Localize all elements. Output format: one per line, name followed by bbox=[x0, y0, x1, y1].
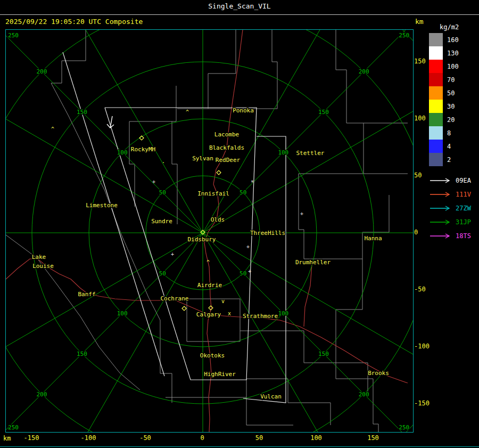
svg-text:Louise: Louise bbox=[32, 263, 54, 270]
svg-text:Olds: Olds bbox=[211, 216, 225, 223]
svg-text:Vulcan: Vulcan bbox=[260, 393, 282, 400]
vil-scale-value: 4 bbox=[447, 143, 451, 150]
svg-text:200: 200 bbox=[36, 391, 47, 398]
svg-text:200: 200 bbox=[36, 68, 47, 75]
svg-text:50: 50 bbox=[240, 270, 246, 277]
svg-text:Innisfail: Innisfail bbox=[197, 190, 229, 197]
vil-color-swatch bbox=[429, 86, 443, 100]
svg-text:Limestone: Limestone bbox=[86, 202, 118, 209]
vil-scale-rows: 16013010070503020842 bbox=[429, 33, 478, 166]
bottom-axis-label: 100 bbox=[303, 434, 329, 442]
svg-text:100: 100 bbox=[117, 149, 128, 156]
vil-scale-value: 30 bbox=[447, 103, 455, 110]
svg-text:RockyMH: RockyMH bbox=[131, 146, 155, 153]
vil-scale-row: 70 bbox=[429, 73, 478, 86]
storm-track-legend: 09EA111V27ZW31JP18TS bbox=[429, 174, 478, 243]
svg-text:150: 150 bbox=[77, 351, 87, 357]
svg-text:250: 250 bbox=[399, 424, 409, 431]
svg-text:Airdrie: Airdrie bbox=[197, 282, 222, 289]
svg-text:HighRiver: HighRiver bbox=[204, 371, 236, 378]
right-axis-label: 0 bbox=[414, 229, 418, 236]
vil-scale-value: 160 bbox=[447, 36, 459, 44]
track-id-label: 111V bbox=[456, 191, 471, 198]
svg-text:50: 50 bbox=[159, 189, 166, 196]
svg-text:Lake: Lake bbox=[32, 254, 46, 260]
track-id-label: 18TS bbox=[456, 232, 471, 240]
svg-text:x: x bbox=[228, 311, 231, 316]
vil-scale-value: 100 bbox=[447, 63, 459, 70]
svg-text:+: + bbox=[300, 211, 303, 217]
vil-scale-row: 50 bbox=[429, 86, 478, 100]
right-axis-label: 100 bbox=[414, 115, 426, 122]
svg-text:50: 50 bbox=[240, 189, 246, 196]
svg-text:150: 150 bbox=[77, 109, 87, 116]
vil-scale-value: 50 bbox=[447, 89, 455, 97]
vil-color-swatch bbox=[429, 113, 443, 126]
svg-text:ThreeHills: ThreeHills bbox=[250, 230, 285, 237]
vil-scale-row: 130 bbox=[429, 46, 478, 60]
svg-text:Banff: Banff bbox=[78, 291, 95, 298]
vil-scale-row: 100 bbox=[429, 60, 478, 73]
svg-text:250: 250 bbox=[8, 32, 19, 39]
svg-text:+: + bbox=[171, 251, 174, 257]
radar-map[interactable]: 5010015020025050100150200250501001502002… bbox=[5, 29, 414, 433]
bottom-axis-unit: km bbox=[3, 435, 11, 442]
right-axis-label: -150 bbox=[414, 400, 430, 407]
vil-scale-row: 4 bbox=[429, 140, 478, 153]
vil-scale-row: 20 bbox=[429, 113, 478, 126]
svg-text:.: . bbox=[162, 158, 165, 164]
vil-scale-row: 160 bbox=[429, 33, 478, 46]
vil-color-swatch bbox=[429, 73, 443, 86]
vil-scale-value: 8 bbox=[447, 129, 451, 137]
svg-text:^: ^ bbox=[51, 126, 54, 132]
svg-text:+: + bbox=[152, 179, 155, 185]
svg-text:150: 150 bbox=[318, 109, 329, 116]
bottom-axis-label: 150 bbox=[360, 434, 386, 442]
svg-text:Strathmore: Strathmore bbox=[243, 313, 278, 320]
storm-track-row: 09EA bbox=[429, 174, 478, 188]
track-arrow-icon bbox=[429, 177, 452, 184]
vil-scale-value: 70 bbox=[447, 76, 455, 84]
track-id-label: 09EA bbox=[456, 177, 471, 184]
right-axis-label: 50 bbox=[414, 172, 422, 179]
svg-text:100: 100 bbox=[117, 310, 128, 317]
svg-text:Hanna: Hanna bbox=[364, 235, 382, 242]
svg-text:Sundre: Sundre bbox=[151, 218, 172, 225]
svg-text:Lacombe: Lacombe bbox=[214, 131, 239, 138]
vil-scale-row: 8 bbox=[429, 126, 478, 140]
storm-track-row: 111V bbox=[429, 188, 478, 201]
vil-color-swatch bbox=[429, 46, 443, 60]
svg-text:100: 100 bbox=[278, 310, 288, 317]
storm-track-row: 27ZW bbox=[429, 201, 478, 215]
bottom-axis-label: -50 bbox=[133, 434, 158, 442]
window-title: Single_Scan_VIL bbox=[0, 0, 479, 15]
svg-text:Stettler: Stettler bbox=[296, 150, 325, 157]
bottom-axis-label: 0 bbox=[189, 434, 215, 442]
vil-color-swatch bbox=[429, 153, 443, 166]
vil-scale-row: 2 bbox=[429, 153, 478, 166]
svg-text:200: 200 bbox=[359, 68, 369, 75]
right-axis-label: -50 bbox=[414, 286, 426, 293]
svg-text:Okotoks: Okotoks bbox=[200, 352, 225, 359]
svg-text:RedDeer: RedDeer bbox=[216, 157, 241, 164]
right-axis-label: -100 bbox=[414, 343, 430, 350]
vil-color-swatch bbox=[429, 140, 443, 153]
bottom-axis-label: -150 bbox=[19, 434, 44, 442]
vil-color-swatch bbox=[429, 33, 443, 46]
bottom-axis: -150-100-50050100150 bbox=[0, 434, 479, 443]
scan-timestamp: 2025/09/22 19:05:20 UTC Composite bbox=[5, 18, 143, 26]
svg-text:^: ^ bbox=[207, 259, 210, 265]
vil-scale-value: 130 bbox=[447, 50, 459, 57]
svg-text:100: 100 bbox=[278, 149, 288, 156]
track-arrow-icon bbox=[429, 219, 452, 225]
svg-text:Blackfalds: Blackfalds bbox=[209, 144, 244, 151]
vil-scale-value: 20 bbox=[447, 116, 455, 124]
track-id-label: 31JP bbox=[456, 218, 471, 226]
radar-coverage-sectors bbox=[63, 52, 286, 403]
svg-text:200: 200 bbox=[359, 391, 369, 398]
storm-track-row: 18TS bbox=[429, 229, 478, 243]
vil-scale-value: 2 bbox=[447, 156, 451, 164]
bottom-axis-label: 50 bbox=[246, 434, 272, 442]
svg-text:*: * bbox=[251, 180, 254, 185]
svg-text:Cochrane: Cochrane bbox=[161, 295, 189, 302]
